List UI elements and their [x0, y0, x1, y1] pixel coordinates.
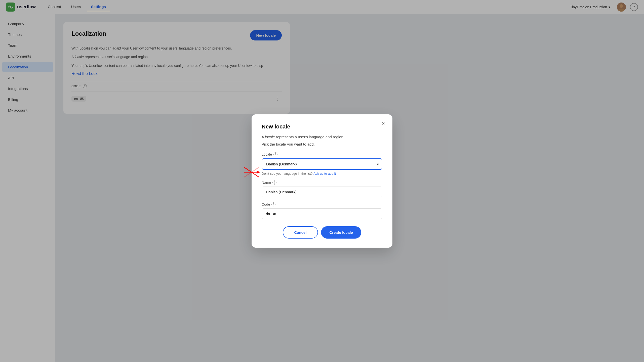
svg-marker-7 [257, 171, 260, 174]
name-label: Name ? [262, 180, 382, 185]
code-label: Code ? [262, 202, 382, 206]
locale-help-icon[interactable]: ? [273, 152, 277, 156]
code-field-help-icon[interactable]: ? [271, 202, 275, 206]
modal-overlay[interactable]: × New locale A locale represents a user'… [0, 0, 644, 362]
arrow-annotation [242, 165, 262, 180]
modal-desc2: Pick the locale you want to add. [262, 142, 382, 146]
create-locale-button[interactable]: Create locale [321, 226, 361, 239]
svg-line-4 [244, 167, 259, 177]
modal-title: New locale [262, 123, 382, 130]
name-form-group: Name ? [262, 180, 382, 197]
name-help-icon[interactable]: ? [272, 180, 276, 185]
dont-see-text: Don't see your language in the list? Ask… [262, 172, 382, 175]
modal-actions: Cancel Create locale [262, 226, 382, 239]
svg-line-5 [244, 167, 259, 177]
name-input[interactable] [262, 187, 382, 197]
modal-close-button[interactable]: × [379, 119, 387, 127]
code-form-group: Code ? [262, 202, 382, 219]
code-input[interactable] [262, 208, 382, 219]
locale-form-group: Locale ? Danish (Denmark) English (US) F… [262, 152, 382, 175]
locale-label: Locale ? [262, 152, 382, 156]
ask-to-add-link[interactable]: Ask us to add it [313, 172, 336, 175]
cancel-button[interactable]: Cancel [283, 226, 318, 239]
modal-desc1: A locale represents a user's language an… [262, 134, 382, 140]
locale-select-wrapper: Danish (Denmark) English (US) French (Fr… [262, 158, 382, 170]
locale-select[interactable]: Danish (Denmark) English (US) French (Fr… [262, 158, 382, 170]
new-locale-modal: × New locale A locale represents a user'… [252, 114, 392, 248]
